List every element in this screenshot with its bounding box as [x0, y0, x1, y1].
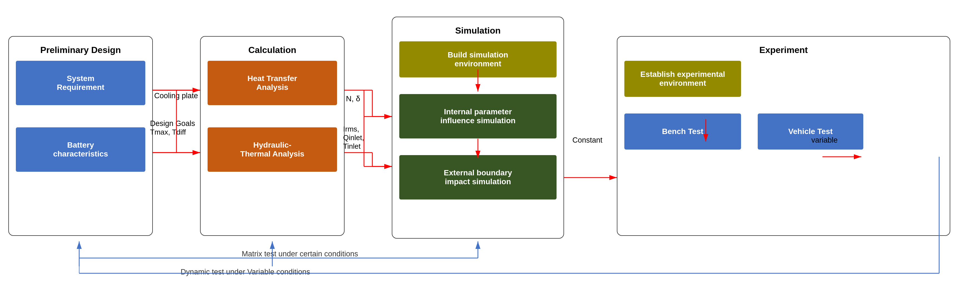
heat-transfer-box: Heat TransferAnalysis: [208, 61, 337, 105]
internal-parameter-box: Internal parameterinfluence simulation: [399, 94, 557, 138]
variable-label: variable: [811, 136, 838, 144]
simulation-section: Simulation Build simulationenvironment I…: [392, 17, 564, 239]
matrix-test-label: Matrix test under certain conditions: [242, 250, 358, 258]
hydraulic-thermal-box: Hydraulic-Thermal Analysis: [208, 127, 337, 172]
cooling-plate-label: Cooling plate: [154, 92, 198, 100]
experiment-title: Experiment: [624, 45, 943, 55]
calculation-section: Calculation Heat TransferAnalysis Hydrau…: [200, 36, 345, 236]
establish-experimental-box: Establish experimentalenvironment: [624, 61, 741, 97]
diagram-container: Preliminary Design SystemRequirement Bat…: [0, 0, 980, 293]
battery-characteristics-box: Batterycharacteristics: [16, 127, 145, 172]
irms-label: Irms,Qinlet,Tinlet: [343, 125, 364, 150]
dynamic-test-label: Dynamic test under Variable conditions: [181, 268, 310, 276]
preliminary-design-title: Preliminary Design: [16, 45, 145, 55]
constant-label: Constant: [573, 136, 602, 144]
design-goals-label: Design GoalsTmax, Tdiff: [150, 119, 195, 136]
bench-test-box: Bench Test: [624, 114, 741, 150]
experiment-section: Experiment Establish experimentalenviron…: [617, 36, 950, 236]
preliminary-design-section: Preliminary Design SystemRequirement Bat…: [8, 36, 153, 236]
build-simulation-box: Build simulationenvironment: [399, 41, 557, 78]
calculation-title: Calculation: [208, 45, 337, 55]
external-boundary-box: External boundaryimpact simulation: [399, 155, 557, 200]
simulation-title: Simulation: [399, 25, 557, 36]
n-delta-label: N, δ: [346, 94, 360, 103]
system-requirement-box: SystemRequirement: [16, 61, 145, 105]
vehicle-test-box: Vehicle Test: [758, 114, 863, 150]
